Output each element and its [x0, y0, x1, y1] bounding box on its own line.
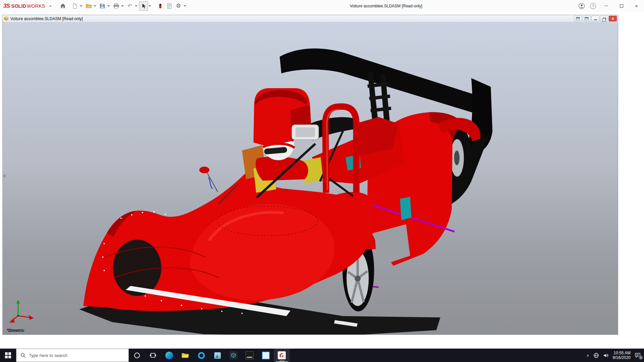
save-icon — [99, 3, 105, 9]
print-dropdown[interactable] — [121, 5, 124, 7]
photos-icon — [214, 352, 221, 359]
minimize-icon — [604, 6, 608, 6]
home-button[interactable] — [58, 1, 67, 11]
network-icon[interactable] — [593, 353, 599, 358]
doc-close-button[interactable]: × — [609, 16, 617, 21]
cortana-icon — [134, 353, 140, 358]
edrawings-icon — [229, 351, 237, 359]
media-taskbar-icon[interactable] — [258, 349, 274, 362]
save-button[interactable] — [98, 1, 107, 11]
clock-date: 9/16/2020 — [613, 355, 631, 360]
viewport-layout-button-1[interactable] — [574, 16, 582, 21]
gear-icon: ⚙ — [176, 2, 181, 9]
doc-minimize-icon — [594, 19, 597, 20]
edge-icon — [165, 352, 173, 359]
file-explorer-icon — [181, 351, 189, 359]
app-window-title: Voiture assomblee.SLDASM [Read-only] — [350, 0, 422, 12]
brand-mark: 3S — [3, 3, 10, 9]
new-document-dropdown[interactable] — [80, 5, 83, 7]
browser-taskbar-icon[interactable] — [193, 349, 209, 362]
maximize-button[interactable] — [614, 0, 629, 12]
terminal-taskbar-icon[interactable] — [241, 349, 258, 362]
windows-taskbar: 2020 ∧ 10:55 AM 9/16/2020 2 — [0, 349, 644, 362]
system-tray: ∧ 10:55 AM 9/16/2020 2 — [587, 349, 644, 362]
edge-taskbar-icon[interactable] — [161, 349, 177, 362]
app-title-bar: 3S SOLID WORKS ▸ ↶ — [0, 0, 644, 12]
viewport-layout-icon — [585, 17, 589, 20]
select-tool-button[interactable] — [139, 1, 148, 11]
car-3d-render — [3, 22, 618, 335]
new-document-button[interactable] — [70, 1, 79, 11]
options-dropdown[interactable] — [183, 5, 186, 7]
document-title: Voiture assomblee.SLDASM [Read-only] — [10, 16, 83, 21]
terminal-icon — [246, 351, 254, 359]
undo-icon: ↶ — [127, 3, 132, 9]
select-tool-dropdown[interactable] — [149, 5, 151, 7]
task-pane-button[interactable] — [165, 1, 174, 11]
viewport-layout-icon — [576, 17, 580, 20]
open-button[interactable] — [84, 1, 93, 11]
document-window-controls: × — [574, 16, 617, 21]
search-icon — [20, 353, 26, 358]
report-document-icon — [166, 3, 172, 9]
xpress-tool-icon — [157, 3, 163, 9]
tray-expand-button[interactable]: ∧ — [587, 353, 589, 358]
photos-taskbar-icon[interactable] — [209, 349, 225, 362]
solidworks-taskbar-icon[interactable]: 2020 — [274, 349, 290, 362]
clock-time: 10:55 AM — [613, 351, 631, 355]
close-icon: × — [635, 3, 638, 9]
print-icon — [113, 3, 119, 9]
browser-ring-icon — [198, 352, 205, 359]
undo-button[interactable]: ↶ — [125, 1, 134, 11]
view-orientation-label: *Dimetric — [7, 328, 24, 333]
solidworks-app-icon — [278, 351, 286, 359]
doc-minimize-button[interactable] — [591, 16, 599, 21]
task-view-icon — [150, 352, 156, 359]
open-folder-icon — [86, 3, 92, 9]
search-input[interactable] — [29, 353, 113, 358]
maximize-icon — [620, 4, 623, 8]
start-button[interactable] — [0, 349, 16, 362]
viewport-layout-button-2[interactable] — [583, 16, 591, 21]
home-icon — [60, 3, 66, 9]
volume-icon[interactable] — [603, 353, 609, 358]
brand-solid: SOLID — [11, 3, 26, 9]
select-arrow-icon — [141, 3, 147, 9]
save-dropdown[interactable] — [107, 5, 110, 7]
document-window: Voiture assomblee.SLDASM [Read-only] × — [2, 15, 618, 335]
graphics-viewport[interactable]: *Dimetric — [3, 22, 618, 335]
help-icon: ? — [592, 4, 594, 8]
menu-expand-arrow-icon[interactable]: ▸ — [50, 4, 52, 8]
action-center-button[interactable]: 2 — [635, 352, 641, 358]
document-title-bar[interactable]: Voiture assomblee.SLDASM [Read-only] × — [3, 15, 618, 22]
panel-collapse-arrow-icon[interactable] — [3, 174, 5, 178]
undo-dropdown[interactable] — [135, 5, 138, 7]
side-intake-teal — [400, 197, 412, 220]
xpress-tools-button[interactable] — [156, 1, 165, 11]
minimize-button[interactable] — [599, 0, 614, 12]
file-explorer-taskbar-icon[interactable] — [177, 349, 193, 362]
app-window-controls: ? × — [576, 0, 644, 12]
doc-close-icon: × — [611, 16, 614, 21]
clock[interactable]: 10:55 AM 9/16/2020 — [613, 351, 631, 360]
close-button[interactable]: × — [629, 0, 644, 12]
task-view-button[interactable] — [145, 349, 161, 362]
doc-restore-button[interactable] — [600, 16, 608, 21]
doc-restore-icon — [603, 17, 606, 20]
edrawings-taskbar-icon[interactable] — [225, 349, 241, 362]
main-bodywork — [84, 169, 373, 327]
new-document-icon — [72, 3, 78, 9]
windows-logo-icon — [5, 352, 11, 358]
open-dropdown[interactable] — [94, 5, 96, 7]
solidworks-logo: 3S SOLID WORKS — [3, 3, 45, 9]
notification-badge: 2 — [639, 355, 643, 360]
quick-access-toolbar: ↶ ⚙ — [58, 1, 187, 11]
taskbar-search[interactable] — [16, 349, 129, 362]
help-button[interactable]: ? — [590, 3, 596, 9]
options-button[interactable]: ⚙ — [174, 1, 183, 11]
media-icon — [262, 352, 270, 359]
account-button[interactable] — [576, 3, 587, 9]
cortana-button[interactable] — [129, 349, 145, 362]
print-button[interactable] — [112, 1, 120, 11]
assembly-document-icon — [4, 16, 9, 21]
